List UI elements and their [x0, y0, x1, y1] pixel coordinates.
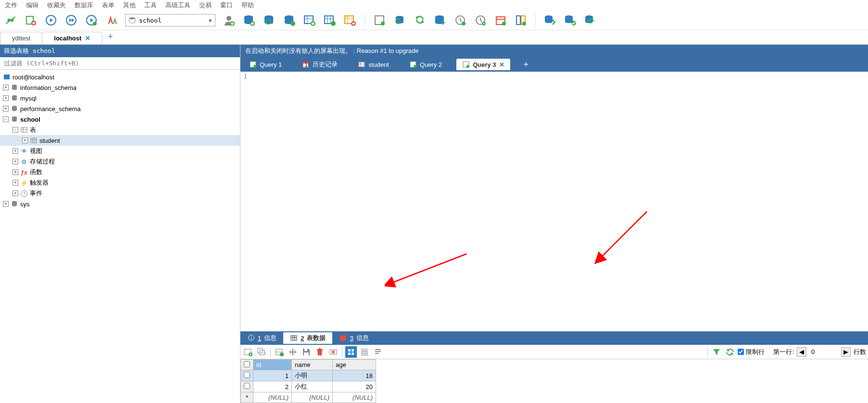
tree-db-school[interactable]: - school	[0, 114, 240, 125]
expand-icon[interactable]: +	[3, 95, 9, 101]
cell-name[interactable]: 小红	[292, 381, 333, 392]
menu-table[interactable]: 表单	[102, 1, 114, 10]
execute-icon[interactable]	[44, 13, 58, 27]
result-tab-info2[interactable]: 3 信息	[332, 332, 375, 344]
refresh-icon[interactable]	[724, 346, 736, 358]
duplicate-row-icon[interactable]	[256, 346, 267, 358]
new-query-tab-button[interactable]: +	[519, 60, 534, 70]
query-tab-history[interactable]: 18历史记录	[296, 58, 343, 71]
cell-id[interactable]: 2	[253, 381, 292, 392]
menu-database[interactable]: 数据库	[75, 1, 93, 10]
view-text-icon[interactable]	[372, 346, 384, 358]
expand-icon[interactable]: +	[3, 85, 9, 90]
db-sync-icon[interactable]	[584, 13, 597, 27]
cell-name[interactable]: 小明	[292, 370, 333, 381]
delete-icon[interactable]	[314, 346, 326, 358]
cancel-icon[interactable]	[327, 346, 339, 358]
new-query-icon[interactable]	[24, 13, 38, 27]
expand-icon[interactable]: +	[3, 106, 9, 112]
sql-editor[interactable]: 1	[240, 72, 868, 331]
insert-row-icon[interactable]	[274, 346, 285, 358]
close-icon[interactable]: ✕	[85, 35, 90, 42]
expand-icon[interactable]: +	[13, 159, 18, 164]
expand-icon[interactable]: +	[13, 169, 18, 175]
new-connection-button[interactable]: +	[102, 29, 119, 44]
connect-icon[interactable]	[4, 13, 17, 27]
tree-db-information-schema[interactable]: + information_schema	[0, 82, 240, 93]
db-arrow-icon[interactable]	[543, 13, 557, 27]
query-tab-2[interactable]: Query 2	[403, 59, 448, 70]
view-form-icon[interactable]	[359, 346, 370, 358]
tool-1-icon[interactable]	[373, 13, 386, 27]
panel-icon[interactable]	[514, 13, 528, 27]
table-add-icon[interactable]	[303, 13, 316, 27]
result-tab-info1[interactable]: ⓘ1 信息	[240, 332, 283, 344]
calendar-icon[interactable]	[494, 13, 507, 27]
expand-icon[interactable]: +	[13, 148, 18, 154]
filter-input[interactable]	[0, 57, 240, 70]
tree-table-student[interactable]: + student	[0, 135, 240, 146]
result-tab-data[interactable]: 2 表数据	[283, 332, 332, 344]
db-check-icon[interactable]	[564, 13, 577, 27]
clock-add-icon[interactable]	[453, 13, 467, 27]
menu-transaction[interactable]: 交易	[199, 1, 212, 10]
tree-db-mysql[interactable]: + mysql	[0, 93, 240, 103]
tree-root[interactable]: root@localhost	[0, 72, 240, 82]
sync-icon[interactable]	[413, 13, 427, 27]
view-grid-icon[interactable]	[345, 346, 357, 358]
db-action-icon[interactable]	[283, 13, 296, 27]
filter-icon[interactable]	[711, 346, 722, 358]
menu-advanced[interactable]: 高级工具	[165, 1, 190, 10]
grid-row[interactable]: 2 小红 20	[241, 381, 376, 392]
tree-db-performance-schema[interactable]: + performance_schema	[0, 103, 240, 114]
save-icon[interactable]	[301, 346, 312, 358]
limit-rows-checkbox[interactable]: 限制行	[738, 348, 765, 356]
menu-edit[interactable]: 编辑	[26, 1, 38, 10]
conn-tab-localhost[interactable]: localhost ✕	[42, 32, 102, 44]
prev-page-button[interactable]: ◀	[797, 347, 806, 357]
menu-fav[interactable]: 收藏夹	[47, 1, 66, 10]
clock-play-icon[interactable]	[474, 13, 487, 27]
tree-functions-folder[interactable]: + ƒx 函数	[0, 167, 240, 177]
cell-age[interactable]: 18	[333, 370, 376, 381]
next-page-button[interactable]: ▶	[841, 347, 851, 357]
tree-triggers-folder[interactable]: + ⚡ 触发器	[0, 177, 240, 188]
tree-procs-folder[interactable]: + ⚙ 存储过程	[0, 156, 240, 167]
grid-new-row[interactable]: * (NULL) (NULL) (NULL)	[241, 392, 376, 403]
table-insert-icon[interactable]	[343, 13, 357, 27]
db-export-icon[interactable]	[433, 13, 447, 27]
row-checkbox[interactable]	[241, 381, 253, 392]
select-all-checkbox[interactable]	[241, 360, 253, 370]
table-edit-icon[interactable]	[323, 13, 337, 27]
query-tab-3[interactable]: Query 3✕	[456, 59, 510, 70]
grid-row[interactable]: 1 小明 18	[241, 370, 376, 381]
user-icon[interactable]	[222, 13, 236, 27]
menu-other[interactable]: 其他	[123, 1, 136, 10]
db-refresh-icon[interactable]	[263, 13, 276, 27]
conn-tab-ydttest[interactable]: ydttest	[0, 32, 42, 44]
menu-window[interactable]: 窗口	[220, 1, 233, 10]
execute-refresh-icon[interactable]	[85, 13, 98, 27]
db-add-icon[interactable]	[242, 13, 256, 27]
first-row-input[interactable]	[809, 347, 838, 356]
limit-rows-input[interactable]	[738, 349, 744, 355]
menu-help[interactable]: 帮助	[241, 1, 254, 10]
database-selector[interactable]: school ▾	[125, 14, 215, 26]
menu-tools[interactable]: 工具	[144, 1, 157, 10]
data-grid[interactable]: id name age 1 小明 18 2 小红 20 *	[240, 359, 868, 403]
row-checkbox[interactable]	[241, 370, 253, 381]
split-icon[interactable]	[287, 346, 299, 358]
collapse-icon[interactable]: -	[13, 127, 18, 133]
cell-null[interactable]: (NULL)	[253, 392, 292, 403]
menu-file[interactable]: 文件	[5, 1, 17, 10]
collapse-icon[interactable]: -	[3, 116, 9, 122]
expand-icon[interactable]: +	[22, 138, 28, 143]
tool-2-icon[interactable]	[393, 13, 406, 27]
column-age[interactable]: age	[333, 360, 376, 370]
cell-null[interactable]: (NULL)	[292, 392, 333, 403]
expand-icon[interactable]: +	[13, 190, 18, 196]
tree-views-folder[interactable]: + 👁 视图	[0, 146, 240, 156]
execute-all-icon[interactable]	[64, 13, 78, 27]
tree-db-sys[interactable]: + sys	[0, 199, 240, 209]
cell-age[interactable]: 20	[333, 381, 376, 392]
